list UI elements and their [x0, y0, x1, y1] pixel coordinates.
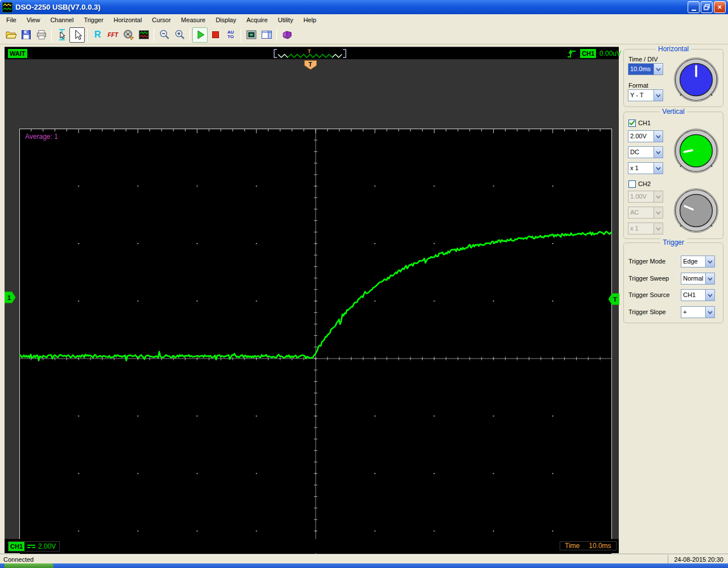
- ch2-volts-value: 1.00V: [628, 191, 653, 202]
- menu-utility[interactable]: Utility: [273, 15, 299, 25]
- stop-button[interactable]: [208, 27, 223, 43]
- help-button[interactable]: [279, 27, 295, 43]
- chevron-down-icon[interactable]: [705, 290, 714, 301]
- stop-icon: [209, 28, 222, 41]
- app-window: DSO-2250 USB(V7.0.0.3) ✕ File View Chann…: [0, 0, 728, 568]
- chevron-down-icon[interactable]: [653, 131, 663, 142]
- trigger-level-marker[interactable]: T: [608, 293, 619, 305]
- open-button[interactable]: [3, 27, 18, 43]
- windows-taskbar[interactable]: [0, 563, 728, 568]
- time-label: Time: [565, 542, 580, 550]
- trigger-slope-select[interactable]: +: [681, 306, 715, 318]
- chevron-down-icon[interactable]: [705, 256, 714, 267]
- channel1-level-marker[interactable]: 1: [5, 291, 16, 303]
- ch1-badge: CH1: [9, 542, 24, 551]
- cursor-measure-button[interactable]: [54, 27, 69, 43]
- menu-channel[interactable]: Channel: [45, 15, 78, 25]
- menu-file[interactable]: File: [1, 15, 22, 25]
- chevron-down-icon[interactable]: [653, 90, 663, 101]
- close-button[interactable]: ✕: [714, 1, 726, 13]
- zoom-in-button[interactable]: [172, 27, 187, 43]
- film-reel-icon: [122, 28, 135, 41]
- refresh-button[interactable]: R: [90, 27, 105, 43]
- trigger-mode-label: Trigger Mode: [628, 258, 665, 265]
- menu-help[interactable]: Help: [298, 15, 321, 25]
- ch1-checkbox[interactable]: [628, 120, 636, 127]
- preview-trigger-marker[interactable]: T: [308, 48, 311, 54]
- ch2-volts-select: 1.00V: [628, 191, 663, 203]
- autoset-button[interactable]: AU TO: [223, 27, 238, 43]
- zoom-out-icon: [158, 28, 171, 41]
- fft-button[interactable]: FFT: [105, 27, 121, 43]
- fft-icon: FFT: [107, 32, 118, 38]
- format-value: Y - T: [628, 90, 653, 101]
- menu-acquire[interactable]: Acquire: [241, 15, 272, 25]
- refresh-r-icon: R: [94, 30, 101, 40]
- ch2-vertical-knob[interactable]: [673, 188, 719, 233]
- trigger-sweep-label: Trigger Sweep: [628, 275, 669, 282]
- menu-measure[interactable]: Measure: [176, 15, 210, 25]
- minimize-button[interactable]: [688, 1, 700, 13]
- chevron-down-icon: [653, 223, 663, 234]
- format-select[interactable]: Y - T: [628, 89, 663, 101]
- horizontal-knob[interactable]: [673, 57, 719, 102]
- trigger-sweep-select[interactable]: Normal: [681, 273, 715, 285]
- menu-trigger[interactable]: Trigger: [78, 15, 108, 25]
- full-screen-icon: [245, 28, 258, 41]
- chevron-down-icon[interactable]: [705, 307, 714, 318]
- pointer-button[interactable]: [69, 27, 85, 43]
- save-button[interactable]: [18, 27, 34, 43]
- waveform-preview[interactable]: T: [272, 48, 348, 59]
- start-button[interactable]: [192, 27, 208, 43]
- print-button[interactable]: [34, 27, 49, 43]
- time-div-value: 10.0ms: [628, 64, 653, 75]
- chevron-down-icon: [653, 191, 663, 202]
- save-floppy-icon: [20, 28, 32, 41]
- ch2-checkbox[interactable]: [628, 180, 636, 188]
- panel-layout-button[interactable]: [259, 27, 274, 43]
- zoom-in-icon: [173, 28, 186, 41]
- toolbar: R FFT AU TO: [0, 26, 728, 44]
- chevron-down-icon[interactable]: [653, 64, 663, 75]
- help-book-icon: [281, 28, 293, 41]
- menu-view[interactable]: View: [22, 15, 46, 25]
- chevron-down-icon[interactable]: [705, 273, 714, 284]
- panel-layout-icon: [260, 28, 273, 41]
- scope-area: Average: 1 CH1:Frequ = ***** CH1:Vamp = …: [5, 59, 619, 539]
- trigger-group-title: Trigger: [660, 238, 686, 246]
- horizontal-group-title: Horizontal: [656, 45, 691, 53]
- menu-horizontal[interactable]: Horizontal: [109, 15, 147, 25]
- pointer-arrow-icon: [71, 28, 84, 41]
- toolbar-separator: [51, 28, 52, 42]
- start-button-fragment[interactable]: [5, 563, 53, 568]
- ch1-probe-select[interactable]: x 1: [628, 162, 663, 174]
- restore-button[interactable]: [701, 1, 713, 13]
- trigger-mode-value: Edge: [681, 256, 705, 267]
- chevron-down-icon[interactable]: [653, 147, 663, 158]
- trigger-mode-select[interactable]: Edge: [681, 256, 715, 267]
- record-button[interactable]: [121, 27, 136, 43]
- time-per-div: 10.0ms: [589, 542, 611, 550]
- status-bar: Connected 24-08-2015 20:30: [0, 554, 728, 563]
- time-div-select[interactable]: 10.0ms: [628, 63, 663, 75]
- full-screen-button[interactable]: [243, 27, 259, 43]
- horizontal-group: Horizontal Time / DIV 10.0ms Format Y - …: [623, 49, 723, 107]
- trigger-source-select[interactable]: CH1: [681, 289, 715, 301]
- title-bar[interactable]: DSO-2250 USB(V7.0.0.3) ✕: [0, 0, 728, 14]
- menu-display[interactable]: Display: [210, 15, 241, 25]
- trigger-position-marker[interactable]: T: [304, 60, 317, 70]
- trigger-position-label: T: [309, 61, 312, 68]
- ch1-coupling-select[interactable]: DC: [628, 146, 663, 158]
- check-icon: [629, 120, 635, 126]
- toolbar-separator: [154, 28, 154, 42]
- ch1-vertical-knob[interactable]: [673, 128, 719, 174]
- average-label: Average: 1: [25, 133, 58, 141]
- trigger-source-value: CH1: [681, 290, 705, 301]
- ch1-volts-select[interactable]: 2.00V: [628, 130, 663, 142]
- menu-cursor[interactable]: Cursor: [147, 15, 176, 25]
- zoom-out-button[interactable]: [156, 27, 172, 43]
- waveform-display-button[interactable]: [136, 27, 151, 43]
- chevron-down-icon[interactable]: [653, 163, 663, 174]
- menu-bar: File View Channel Trigger Horizontal Cur…: [0, 14, 728, 26]
- trigger-group: Trigger Trigger Mode Edge Trigger Sweep …: [623, 242, 723, 323]
